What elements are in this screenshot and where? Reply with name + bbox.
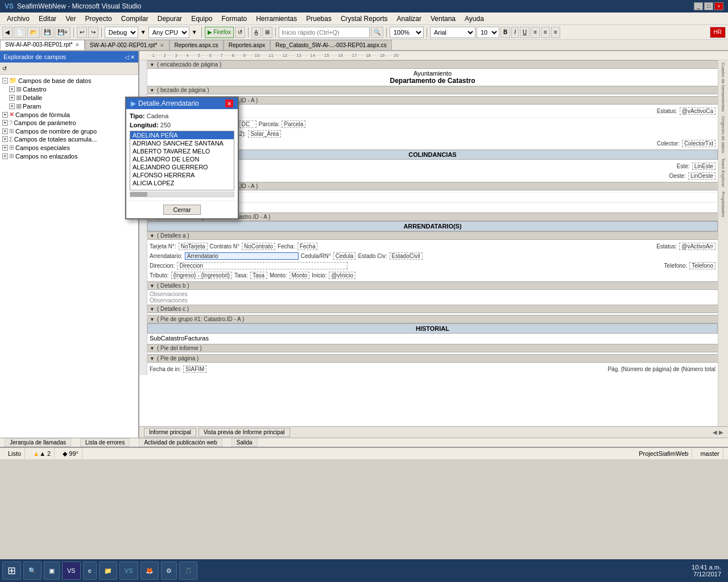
tree-item-unlinked[interactable]: + ⊞ Campos no enlazados bbox=[1, 152, 137, 160]
tab-rep01-close[interactable]: ✕ bbox=[75, 42, 80, 48]
tab-reportes-aspx[interactable]: Reportes.aspx bbox=[224, 40, 270, 50]
collapse-pf[interactable]: ▼ bbox=[150, 356, 155, 361]
field-fecha[interactable]: Fecha bbox=[297, 243, 318, 250]
start-button[interactable]: ⊞ bbox=[2, 562, 21, 580]
tree-item-special[interactable]: + ⊞ Campos especiales bbox=[1, 143, 137, 152]
search-btn[interactable]: 🔍 bbox=[371, 27, 383, 38]
error-tab-salida[interactable]: Salida bbox=[231, 438, 258, 447]
quick-search-input[interactable] bbox=[279, 27, 370, 38]
menu-crystal-reports[interactable]: Crystal Reports bbox=[336, 14, 392, 24]
tab-rep01[interactable]: SW-AI-AP-003-REP01.rpt* ✕ bbox=[0, 40, 85, 50]
sidebar-team[interactable]: Team Explorer bbox=[719, 156, 727, 190]
redo-btn[interactable]: ↪ bbox=[88, 27, 98, 38]
back-btn[interactable]: ◀ bbox=[2, 27, 13, 38]
menu-archivo[interactable]: Archivo bbox=[2, 14, 34, 24]
collapse-ph[interactable]: ▼ bbox=[150, 62, 155, 68]
tree-expand-formula[interactable]: + bbox=[2, 112, 8, 118]
field-estado-civil[interactable]: EstadoCivil bbox=[390, 252, 423, 260]
italic-btn[interactable]: I bbox=[511, 27, 519, 38]
search-button[interactable]: 🔍 bbox=[23, 562, 42, 580]
zoom-select[interactable]: 100% bbox=[390, 27, 424, 38]
field-contrato[interactable]: NoContrato bbox=[242, 243, 275, 250]
menu-proyecto[interactable]: Proyecto bbox=[80, 14, 116, 24]
align-center-btn[interactable]: ≡ bbox=[551, 27, 560, 38]
save-all-btn[interactable]: 💾+ bbox=[55, 27, 71, 38]
format-btn1[interactable]: A̲ bbox=[251, 27, 261, 38]
bold-btn[interactable]: B bbox=[500, 27, 510, 38]
tree-item-totals[interactable]: + Σ Campos de totales acumula... bbox=[1, 135, 137, 143]
field-tributo[interactable]: {Ingreso} - {Ingresotxt} bbox=[171, 272, 233, 279]
list-item-3[interactable]: ALEJANDRO DE LEON bbox=[130, 155, 234, 163]
menu-analizar[interactable]: Analizar bbox=[392, 14, 426, 24]
collapse-rf[interactable]: ▼ bbox=[150, 346, 155, 351]
dialog-close-button[interactable]: Cerrar bbox=[163, 205, 200, 215]
field-tarjeta[interactable]: NoTarjeta bbox=[179, 243, 208, 250]
field-area[interactable]: Solar_Area bbox=[248, 130, 281, 138]
menu-formato[interactable]: Formato bbox=[217, 14, 252, 24]
field-parcela[interactable]: Parcela bbox=[282, 120, 305, 128]
close-btn[interactable]: × bbox=[714, 2, 723, 10]
field-tasa[interactable]: Tasa bbox=[250, 272, 267, 279]
sidebar-cuadro[interactable]: Cuadro de herramientas bbox=[719, 60, 727, 114]
tree-expand-db[interactable]: − bbox=[2, 78, 8, 84]
tree-expand-catastro[interactable]: + bbox=[9, 86, 15, 92]
dialog-title-bar[interactable]: ▶ Detalle.Arrendatario ✕ bbox=[126, 98, 238, 109]
platform-select[interactable]: Any CPU bbox=[148, 27, 189, 38]
arrow-nav[interactable]: ◀ ▶ bbox=[713, 429, 723, 435]
tree-expand-detalle[interactable]: + bbox=[9, 95, 15, 101]
dialog-hscrollbar[interactable] bbox=[130, 192, 234, 197]
tree-item-catastro[interactable]: + ▦ Catastro bbox=[1, 85, 137, 93]
collapse-gf1[interactable]: ▼ bbox=[150, 317, 155, 322]
menu-ventana[interactable]: Ventana bbox=[426, 14, 460, 24]
list-item-1[interactable]: ADRIANO SANCHEZ SANTANA bbox=[130, 139, 234, 147]
hr-btn[interactable]: HR bbox=[710, 27, 726, 38]
collapse-bezado[interactable]: ▼ bbox=[150, 88, 155, 93]
field-monto[interactable]: Monto bbox=[289, 272, 310, 279]
informe-tab[interactable]: Informe principal bbox=[144, 428, 196, 437]
taskbar-settings[interactable]: ⚙ bbox=[161, 562, 177, 580]
taskbar-music[interactable]: 🎵 bbox=[179, 562, 197, 580]
field-inicio[interactable]: @vInicio bbox=[329, 272, 355, 279]
field-dc[interactable]: DC bbox=[239, 120, 257, 128]
taskbar-firefox[interactable]: 🦊 bbox=[140, 562, 159, 580]
field-arrendatario[interactable]: Arrendatario bbox=[185, 252, 299, 260]
taskbar-vs[interactable]: VS bbox=[62, 562, 81, 580]
field-activoca[interactable]: @vActivoCa bbox=[680, 107, 715, 115]
underline-btn[interactable]: U bbox=[520, 27, 530, 38]
collapse-d1[interactable]: ▼ bbox=[150, 233, 155, 239]
menu-compilar[interactable]: Compilar bbox=[117, 14, 153, 24]
taskbar-vscode[interactable]: VS bbox=[119, 562, 138, 580]
tree-item-db-fields[interactable]: − 📁 Campos de base de datos bbox=[1, 76, 137, 85]
tab-rep-catasto[interactable]: Rep_Catasto_SW-Al-...-003-REP01.aspx.cs bbox=[270, 40, 391, 50]
tree-item-groupname[interactable]: + ⊞ Campos de nombre de grupo bbox=[1, 127, 137, 135]
font-select[interactable]: Arial bbox=[430, 27, 475, 38]
tab-reportes-cs[interactable]: Reportes.aspx.cs bbox=[169, 40, 224, 50]
list-item-4[interactable]: ALEJANDRO GUERRERO bbox=[130, 163, 234, 171]
align-right-btn[interactable]: ≡ bbox=[541, 27, 550, 38]
error-tab-publicacion[interactable]: Actividad de publicación web bbox=[139, 438, 222, 447]
tree-item-formula[interactable]: + ✕ Campos de fórmula bbox=[1, 110, 137, 119]
tree-item-param2[interactable]: + ? Campos de parámetro bbox=[1, 119, 137, 127]
tree-expand-unlinked[interactable]: + bbox=[2, 153, 8, 159]
menu-herramientas[interactable]: Herramientas bbox=[251, 14, 301, 24]
list-item-5[interactable]: ALFONSO HERRERA bbox=[130, 171, 234, 179]
minimize-btn[interactable]: _ bbox=[694, 2, 703, 10]
error-tab-errores[interactable]: Lista de errores bbox=[80, 438, 130, 447]
open-btn[interactable]: 📂 bbox=[27, 27, 40, 38]
collapse-d2[interactable]: ▼ bbox=[150, 283, 155, 289]
tree-expand-special[interactable]: + bbox=[2, 145, 8, 151]
tree-expand-param[interactable]: + bbox=[9, 103, 15, 109]
sidebar-origenes[interactable]: Origenes de datos bbox=[719, 114, 727, 155]
menu-ayuda[interactable]: Ayuda bbox=[460, 14, 489, 24]
menu-editar[interactable]: Editar bbox=[34, 14, 61, 24]
taskbar-task-view[interactable]: ▣ bbox=[44, 562, 60, 580]
align-btn[interactable]: ≡ bbox=[531, 27, 540, 38]
tree-expand-groupname[interactable]: + bbox=[2, 128, 8, 134]
sidebar-props[interactable]: Propiedades bbox=[719, 189, 727, 219]
collapse-d3[interactable]: ▼ bbox=[150, 306, 155, 312]
field-activo-arr[interactable]: @vActivoArr bbox=[679, 243, 715, 250]
panel-refresh-btn[interactable]: ↺ bbox=[2, 65, 7, 72]
panel-pin-btn[interactable]: ✕ bbox=[130, 54, 135, 60]
format-btn2[interactable]: ⊞ bbox=[262, 27, 272, 38]
list-item-6[interactable]: ALICIA LOPEZ bbox=[130, 179, 234, 187]
